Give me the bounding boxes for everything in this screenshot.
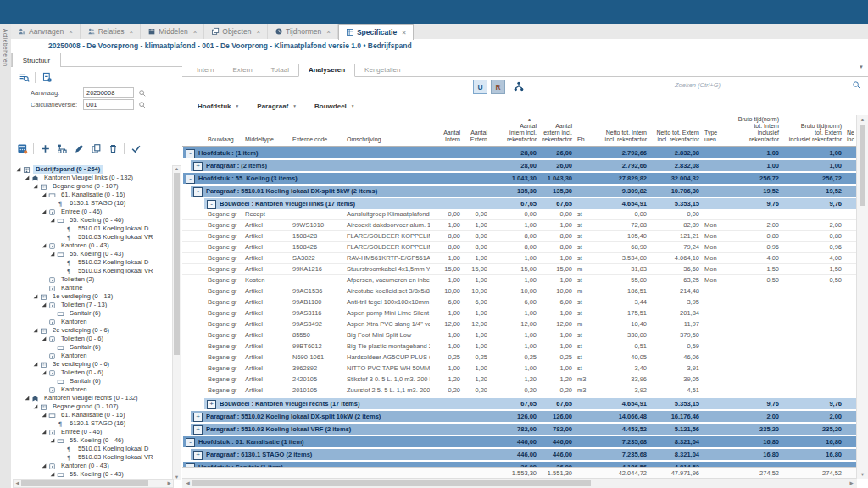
scroll-up-icon[interactable]: ▲ xyxy=(859,117,866,122)
column-header-netto_intern[interactable]: Netto tot. Intern incl. rekenfactor xyxy=(596,128,650,146)
scroll-down-icon[interactable]: ▼ xyxy=(859,472,866,477)
aanvraag-lookup-icon[interactable] xyxy=(138,89,147,97)
tree-horizontal-scrollbar[interactable]: ◀ ▶ xyxy=(13,479,174,488)
expand-arrow-icon[interactable] xyxy=(32,403,39,410)
expand-icon[interactable]: + xyxy=(193,162,203,171)
table-row[interactable]: Begane grKostenAfpersen, vacumeren en in… xyxy=(182,275,857,286)
expand-arrow-icon[interactable] xyxy=(32,183,39,190)
expand-arrow-icon[interactable] xyxy=(32,293,39,300)
tab-tijdnormen[interactable]: Tijdnormen× xyxy=(268,24,338,39)
scroll-right-icon[interactable]: ▶ xyxy=(165,480,173,485)
table-vertical-scrollbar[interactable]: ▲ ▼ xyxy=(856,115,868,479)
column-header-bruto_intern[interactable]: Bruto tijd(norm) tot. Intern inclusief r… xyxy=(726,114,782,146)
tree-item[interactable]: Toiletten (0 - 6) xyxy=(13,369,172,377)
close-icon[interactable]: × xyxy=(256,28,260,36)
add-button[interactable] xyxy=(39,142,51,154)
column-header-aantal_extern_rf[interactable]: Aantal extern incl. rekenfactor xyxy=(540,121,576,146)
tree-vertical-scrollbar[interactable]: ▲ ▼ xyxy=(172,165,181,480)
tree-item[interactable]: Toiletten (0 - 6) xyxy=(13,335,172,343)
table-row[interactable]: Begane grArtikel85550Big Foot Mini Split… xyxy=(182,330,857,341)
column-header-bruto_extern[interactable]: Bruto tijd(norm) tot. Extern inclusief r… xyxy=(782,121,845,146)
expand-arrow-icon[interactable] xyxy=(41,208,47,215)
table-row[interactable]: Begane grArtikel99BT6012Big-Tie plastic … xyxy=(182,341,857,352)
column-header-eh[interactable]: Eh. xyxy=(576,135,596,146)
table-row[interactable]: Begane grArtikel99KA1216Stuurstroomkabel… xyxy=(182,264,857,275)
expand-arrow-icon[interactable] xyxy=(49,471,56,478)
structure-button[interactable] xyxy=(56,142,68,154)
tree-item[interactable]: 55. Koeling (0 - 46) xyxy=(13,216,172,225)
tab-objecten[interactable]: Objecten× xyxy=(204,24,268,39)
tree-item[interactable]: Entree (0 - 46) xyxy=(13,428,172,436)
column-header-middeltype[interactable]: Middeltype xyxy=(243,135,291,146)
tab-analyseren[interactable]: Analyseren xyxy=(298,64,355,77)
tree-item[interactable]: Entree (0 - 46) xyxy=(13,208,172,216)
scrollbar-thumb[interactable] xyxy=(174,173,180,355)
close-icon[interactable]: × xyxy=(130,28,134,36)
scroll-left-icon[interactable]: ◀ xyxy=(184,480,192,485)
column-header-type_uren[interactable]: Type uren xyxy=(703,128,726,146)
group-row[interactable]: +Paragraaf : 5510.03 Koeling lokaal VRF … xyxy=(191,424,857,435)
tree-item[interactable]: Kantoren (0 - 43) xyxy=(13,241,172,250)
table-row[interactable]: Begane grArtikel99AS3492Aspen Xtra PVC s… xyxy=(182,319,857,330)
tree-item[interactable]: Kantoren Vleugel rechts (0 - 132) xyxy=(13,394,172,402)
tree-item[interactable]: Sanitair (6) xyxy=(13,343,172,352)
expand-arrow-icon[interactable] xyxy=(32,361,39,368)
tree-item[interactable]: Kantoren (0 - 43) xyxy=(13,462,172,470)
group-row[interactable]: -Paragraaf : 5510.01 Koeling lokaal DX-s… xyxy=(191,186,857,197)
group-row[interactable]: -Hoofdstuk : (1 item)28,0026,002.792,662… xyxy=(183,147,857,158)
tab-structuur[interactable]: Structuur xyxy=(12,53,61,67)
tree-item[interactable]: Kantine xyxy=(13,284,172,292)
scroll-up-icon[interactable]: ▲ xyxy=(173,166,181,171)
tree-item[interactable]: Toiletten (2) xyxy=(13,275,172,284)
group-row[interactable]: -Hoofdstuk : 61. Kanalisatie (1 item)446… xyxy=(183,436,857,447)
table-horizontal-scrollbar[interactable]: ◀ ▶ xyxy=(182,478,857,488)
edit-button[interactable] xyxy=(73,142,85,154)
scroll-left-icon[interactable]: ◀ xyxy=(14,480,21,485)
group-row[interactable]: +Bouwdeel : Kantoren Vleugel rechts (17 … xyxy=(204,398,857,409)
tab-totaal[interactable]: Totaal xyxy=(262,64,298,76)
tree-item[interactable]: ¶5510.01 Koeling lokaal D xyxy=(13,225,172,233)
confirm-button[interactable] xyxy=(130,142,142,154)
copy-button[interactable] xyxy=(90,142,102,154)
tree-item[interactable]: Sanitair (6) xyxy=(13,309,172,318)
expand-arrow-icon[interactable] xyxy=(15,166,22,173)
tree-item[interactable]: Kantoren xyxy=(13,385,172,394)
search-icon[interactable] xyxy=(852,80,861,90)
collapse-icon[interactable]: - xyxy=(186,149,195,158)
scrollbar-thumb[interactable] xyxy=(860,125,865,206)
document-settings-button[interactable] xyxy=(41,71,53,83)
tree-item[interactable]: Begane grond (0 - 107) xyxy=(13,402,172,411)
expand-arrow-icon[interactable] xyxy=(32,327,39,334)
group-row[interactable]: +Paragraaf : (2 items)28,0026,002.792,66… xyxy=(191,160,857,171)
tree-item[interactable]: 55. Koeling (0 - 46) xyxy=(13,436,172,445)
expand-arrow-icon[interactable] xyxy=(41,302,47,308)
expand-arrow-icon[interactable] xyxy=(41,429,47,435)
close-icon[interactable]: × xyxy=(69,28,73,36)
expand-arrow-icon[interactable] xyxy=(24,395,31,402)
expand-arrow-icon[interactable] xyxy=(41,369,47,376)
tree-item[interactable]: 61. Kanalisatie (0 - 16) xyxy=(13,411,172,419)
close-icon[interactable]: × xyxy=(402,29,406,36)
expand-arrow-icon[interactable] xyxy=(24,175,31,181)
search-input[interactable] xyxy=(548,80,848,90)
column-header-externe_code[interactable]: Externe code xyxy=(291,135,345,146)
expand-arrow-icon[interactable] xyxy=(49,251,56,258)
tree-item[interactable]: Kantoren xyxy=(13,352,172,360)
close-icon[interactable]: × xyxy=(326,28,331,36)
table-row[interactable]: Begane grArtikel99WS1010Aircoexit dakdoo… xyxy=(182,220,857,231)
scrollbar-thumb[interactable] xyxy=(192,480,591,486)
group-by-bouwdeel[interactable]: Bouwdeel▾ xyxy=(314,103,354,110)
calculatieversie-lookup-icon[interactable] xyxy=(138,101,147,109)
column-header-aantal_extern[interactable]: Aantal Extern xyxy=(464,128,491,146)
tab-specificatie[interactable]: Specificatie× xyxy=(338,24,414,40)
hierarchy-button[interactable] xyxy=(513,80,526,93)
table-row[interactable]: Begane grReceptAansluitgroep Klimaatplaf… xyxy=(182,209,857,220)
tree-item[interactable]: Begane grond (0 - 107) xyxy=(13,182,172,191)
expand-icon[interactable]: + xyxy=(207,400,216,409)
table-row[interactable]: Begane grArtikelSA3022RAV-HM561KRTP-E/GP… xyxy=(182,253,857,264)
expand-icon[interactable]: + xyxy=(193,425,203,435)
table-row[interactable]: Begane grArtikel3962892NITTO PVC TAPE WH… xyxy=(182,363,857,374)
expand-icon[interactable]: + xyxy=(193,451,203,460)
chevron-down-icon[interactable]: ▼ xyxy=(859,64,864,69)
tree-item[interactable]: ¶6130.1 STAGO (16) xyxy=(13,419,172,428)
